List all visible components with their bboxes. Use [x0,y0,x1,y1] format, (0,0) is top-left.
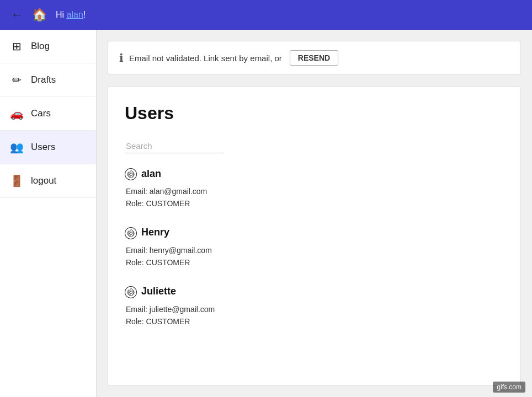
main-layout: ⊞ Blog ✏ Drafts 🚗 Cars 👥 Users 🚪 logout … [0,30,532,397]
content-area: ℹ Email not validated. Link sent by emai… [97,30,532,397]
watermark: gifs.com [493,382,525,393]
user-role: Role: CUSTOMER [126,197,504,210]
user-item: alan Email: alan@gmail.com Role: CUSTOME… [125,167,504,210]
greeting: Hi alan! [56,10,86,20]
sidebar-item-cars[interactable]: 🚗 Cars [0,97,96,131]
sidebar-label-cars: Cars [31,108,51,119]
user-email: Email: henry@gmail.com [126,244,504,256]
user-name-row: alan [125,167,504,181]
user-role: Role: CUSTOMER [126,256,504,269]
fingerprint-icon [125,167,137,181]
svg-point-1 [125,227,136,239]
sidebar-label-blog: Blog [31,41,50,52]
svg-point-0 [125,169,136,180]
resend-button[interactable]: RESEND [290,50,338,66]
user-name-row: Henry [125,226,504,240]
username-link[interactable]: alan [67,10,83,19]
user-name-row: Juliette [125,285,504,299]
user-role: Role: CUSTOMER [126,315,504,328]
back-button[interactable]: ← [11,8,23,22]
greeting-prefix: Hi [56,10,67,19]
users-panel: Users alan Email: alan@gmail.com Role: C… [108,86,521,386]
info-icon: ℹ [119,51,124,65]
alert-banner: ℹ Email not validated. Link sent by emai… [108,41,521,75]
user-email: Email: alan@gmail.com [126,185,504,197]
grid-icon: ⊞ [9,40,24,53]
sidebar-item-drafts[interactable]: ✏ Drafts [0,63,96,97]
fingerprint-icon [125,226,137,240]
user-item: Juliette Email: juliette@gmail.com Role:… [125,285,504,328]
home-button[interactable]: 🏠 [32,8,47,22]
sidebar-item-users[interactable]: 👥 Users [0,131,96,164]
user-list: alan Email: alan@gmail.com Role: CUSTOME… [125,167,504,328]
logout-icon: 🚪 [9,174,24,187]
user-item: Henry Email: henry@gmail.com Role: CUSTO… [125,226,504,269]
sidebar-label-users: Users [31,142,55,153]
greeting-suffix: ! [83,10,86,19]
sidebar: ⊞ Blog ✏ Drafts 🚗 Cars 👥 Users 🚪 logout [0,30,97,397]
alert-message: Email not validated. Link sent by email,… [129,53,282,63]
car-icon: 🚗 [9,107,24,120]
user-name: alan [141,168,161,180]
user-name: Juliette [141,286,176,297]
user-email: Email: juliette@gmail.com [126,303,504,315]
users-icon: 👥 [9,141,24,154]
top-bar: ← 🏠 Hi alan! [0,0,532,30]
page-title: Users [125,103,504,124]
sidebar-item-logout[interactable]: 🚪 logout [0,164,96,198]
sidebar-item-blog[interactable]: ⊞ Blog [0,30,96,63]
svg-point-2 [125,286,136,298]
pencil-icon: ✏ [9,73,24,87]
search-input[interactable] [125,139,224,153]
sidebar-label-drafts: Drafts [31,74,56,85]
fingerprint-icon [125,285,137,299]
user-name: Henry [141,227,169,238]
sidebar-label-logout: logout [31,175,56,186]
